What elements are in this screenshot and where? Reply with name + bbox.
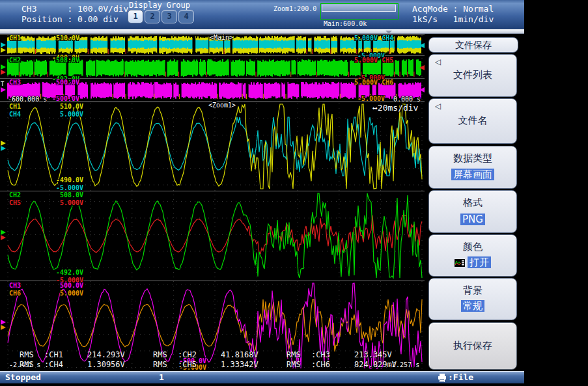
button-value: 屏幕画面 [429,169,516,181]
button-label: 文件列表 [429,69,516,81]
button-value: PNG [429,214,516,225]
display-group-button-1[interactable]: 1 [128,10,143,23]
svg-text:T: T [1,81,5,87]
display-group-label: Display Group [124,1,195,10]
acq-mode-line1: AcqMode : Normal [412,4,494,14]
zoom-ratio-label: Zoom1:200.0 [273,5,316,12]
channel-readout: CH3 : 100.0V/div Position : 0.00 div [21,4,128,25]
sidebar-button-execute-save[interactable]: 执行保存 [428,322,517,370]
button-value: 打开 [429,256,516,269]
button-label: 格式 [429,197,516,209]
selected-value: PNG [460,214,485,225]
display-group-button-2[interactable]: 2 [145,10,160,23]
sidebar-button-color[interactable]: 颜色 打开 [428,234,517,277]
acq-mode-readout: AcqMode : Normal 1kS/s 1min/div [412,4,494,25]
waveform-area: T CH1 510.0V -490.0V <Main> 5.000V CH4 -… [0,34,425,372]
button-value: 常规 [429,300,516,312]
button-label: 颜色 [429,241,516,253]
sidebar-button-background[interactable]: 背景 常规 [428,278,517,320]
file-key-hint: :File [448,372,473,383]
triangle-left-icon: ◁ [435,102,441,111]
zoom-position-indicator [320,3,399,20]
channel-readout-line1: CH3 : 100.0V/div [21,4,128,14]
sidebar-button-format[interactable]: 格式 PNG [428,190,517,233]
sidebar-button-file-list[interactable]: ◁ 文件列表 [428,54,517,97]
display-group-button-3[interactable]: 3 [161,10,177,23]
sidebar-menu: 文件保存 ◁ 文件列表 ◁ 文件名 数据类型 屏幕画面 格式 PNG 颜色 [425,34,524,372]
group-number: 1 [159,372,164,383]
selected-value: 打开 [468,256,491,268]
channel-readout-line2: Position : 0.00 div [21,14,119,24]
display-group-button-4[interactable]: 4 [178,10,194,23]
sidebar-button-file-name[interactable]: ◁ 文件名 [428,98,517,144]
waveform-canvas: T [0,34,425,372]
selected-value: 常规 [461,300,484,312]
button-label: 背景 [429,284,516,297]
button-label: 执行保存 [429,340,516,352]
sidebar-button-data-type[interactable]: 数据类型 屏幕画面 [428,146,517,189]
triangle-left-icon: ◁ [435,57,441,66]
topbar-separator [0,29,524,34]
button-label: 文件名 [429,115,516,127]
acquisition-state: Stopped [5,372,41,383]
display-group-buttons: 1 2 3 4 [128,10,194,23]
printer-icon [438,374,447,382]
status-bar: Stopped 1 :File [0,371,524,383]
top-bar: CH3 : 100.0V/div Position : 0.00 div Dis… [0,0,524,29]
button-label: 数据类型 [429,152,516,165]
acq-mode-line2: 1kS/s 1min/div [412,14,494,24]
selected-value: 屏幕画面 [451,169,494,180]
sidebar-header-file-save: 文件保存 [428,37,518,53]
device-screen: CH3 : 100.0V/div Position : 0.00 div Dis… [0,0,524,386]
color-waveform-icon [455,259,465,267]
zoom-window-bar [322,5,396,12]
main-length-label: Main:600.0k [324,20,367,27]
